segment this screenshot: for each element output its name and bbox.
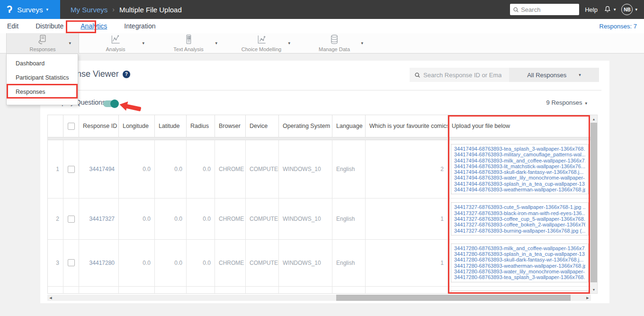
toolbar-text-analysis[interactable]: ▾ Text Analysis [152,33,225,54]
cell-operating-system: WINDOWS_10 [279,140,332,198]
notifications-menu[interactable]: ▾ [603,5,616,14]
responses-table: Response ID▲ Longitude Latitude Radius B… [47,115,598,294]
toolbar-analysis[interactable]: ▾ Analysis [79,33,152,54]
row-checkbox[interactable] [68,216,75,223]
file-link[interactable]: 34417494-68763893-splash_in_a_tea_cup-wa… [454,181,585,187]
cell-response-id[interactable] [79,287,119,294]
tab-distribute[interactable]: Distribute [36,22,63,30]
global-search[interactable] [510,4,579,15]
horizontal-scrollbar[interactable]: ◀ ▶ [47,295,591,301]
file-link[interactable]: 34417494-68763893-skull-dark-fantasy-wr-… [454,169,585,175]
response-search[interactable] [410,68,509,82]
header-radius[interactable]: Radius [187,115,215,137]
select-all-checkbox[interactable] [68,123,75,130]
cell-response-id[interactable]: 34417280 [79,240,119,286]
cell-upload-files: 34417327-68763893-cute_5-wallpaper-1366x… [448,199,591,239]
file-link[interactable]: 34417280-68763893-weatherman-wallpaper-1… [454,263,585,269]
file-link[interactable]: 34417247-68763893-military_camouflage_pa… [454,292,585,294]
scroll-up-icon[interactable]: ▲ [590,115,597,123]
file-link[interactable]: 34417494-68763893-water_lily_monochrome-… [454,175,585,181]
file-link[interactable]: 34417280-68763893-skull-dark-fantasy-wr-… [454,257,585,262]
cell-upload-files: 34417280-68763893-milk_and_coffee-wallpa… [448,240,591,286]
cell-favourite-comics: 2 [366,140,448,198]
tab-edit[interactable]: Edit [7,22,18,30]
file-link[interactable]: 34417327-68763893-coffee_cup_5-wallpaper… [454,216,585,222]
responses-icon [37,34,48,45]
help-icon[interactable]: ? [123,71,130,78]
file-link[interactable]: 34417280-68763893-splash_in_a_tea_cup-wa… [454,251,585,257]
header-longitude[interactable]: Longitude [119,115,155,137]
chevron-down-icon: ▾ [579,73,581,77]
row-checkbox[interactable] [68,259,75,266]
responses-count-dropdown[interactable]: 9 Responses▾ [540,99,587,106]
toolbar-choice-modelling[interactable]: ▾ Choice Modelling [225,33,298,54]
responses-count-value: 9 Responses [546,99,582,106]
header-operating-system[interactable]: Operating System [279,115,332,137]
header-language[interactable]: Language [332,115,366,137]
row-number: 1 [48,140,63,198]
file-link[interactable]: 34417280-68763893-water_lily_monochrome-… [454,269,585,274]
toolbar-analysis-label: Analysis [79,46,152,52]
tab-integration[interactable]: Integration [124,22,155,30]
cell-operating-system [279,287,332,294]
display-questions-toggle[interactable] [103,100,117,107]
logo-block[interactable]: ʔ Surveys ▾ [0,0,60,19]
cell-response-id[interactable]: 34417494 [79,140,119,198]
file-link[interactable]: 34417494-68763893-tea_splash_3-wallpaper… [454,146,585,152]
choice-modelling-icon [256,34,267,45]
row-checkbox[interactable] [68,166,75,173]
file-link[interactable]: 34417494-68763893-weatherman-wallpaper-1… [454,187,585,192]
file-link[interactable]: 34417494-68763893-milk_and_coffee-wallpa… [454,158,585,163]
cell-favourite-comics [366,287,448,294]
header-latitude[interactable]: Latitude [155,115,187,137]
breadcrumb-my-surveys[interactable]: My Surveys [71,6,107,14]
help-link[interactable]: Help [585,6,598,13]
menu-item-dashboard[interactable]: Dashboard [7,56,78,71]
row-select-cell [63,199,79,239]
cell-device: COMPUTER [246,140,279,198]
scroll-right-icon[interactable]: ▶ [584,295,591,301]
cell-operating-system: WINDOWS_10 [279,240,332,286]
file-link[interactable]: 34417280-68763893-tea_splash_3-wallpaper… [454,274,585,280]
header-row-number [48,115,63,137]
horizontal-scrollbar-thumb[interactable] [336,295,571,301]
menu-item-responses[interactable]: Responses [7,85,78,99]
header-browser[interactable]: Browser [215,115,246,137]
chevron-down-icon: ▾ [46,8,48,12]
file-link[interactable]: 34417494-68763893-lit_matchstick-wallpap… [454,163,585,169]
response-filter-select[interactable]: All Responses ▾ [509,68,599,82]
cell-browser: CHROME [215,140,246,198]
header-upload-file[interactable]: Upload your file below [448,115,591,137]
header-favourite-comics[interactable]: Which is your favourite comics? [366,115,448,137]
file-link[interactable]: 34417280-68763893-milk_and_coffee-wallpa… [454,245,585,251]
cell-favourite-comics: 1 [366,240,448,286]
cell-radius [187,287,215,294]
vertical-scrollbar-thumb[interactable] [590,123,597,282]
manage-data-icon [329,34,340,45]
scroll-left-icon[interactable]: ◀ [47,295,54,301]
tab-analytics[interactable]: Analytics [80,22,107,30]
cell-response-id[interactable]: 34417327 [79,199,119,239]
file-link[interactable]: 34417327-68763893-burning-wallpaper-1366… [454,228,585,234]
file-link[interactable]: 34417327-68763893-black-iron-man-with-re… [454,210,585,216]
response-filter-value: All Responses [527,72,566,79]
account-menu[interactable]: NB ▾ [621,4,637,15]
menu-item-participant-statistics[interactable]: Participant Statistics [7,71,78,85]
header-response-id[interactable]: Response ID▲ [79,115,119,137]
file-link[interactable]: 34417327-68763893-coffee_bokeh_2-wallpap… [454,222,585,227]
header-device[interactable]: Device [246,115,279,137]
toolbar-responses[interactable]: ▾ Responses [6,33,79,54]
cell-upload-files: 34417494-68763893-tea_splash_3-wallpaper… [448,140,591,198]
toolbar-manage-data[interactable]: ▾ Manage Data [298,33,371,54]
scroll-down-icon[interactable]: ▼ [590,286,597,293]
file-link[interactable]: 34417327-68763893-cute_5-wallpaper-1366x… [454,204,585,210]
response-search-input[interactable] [423,72,501,79]
global-search-input[interactable] [521,6,573,13]
surveys-menu[interactable]: Surveys ▾ [17,6,48,14]
cell-radius: 0.0 [187,240,215,286]
cell-device: COMPUTER [246,199,279,239]
toolbar-text-analysis-label: Text Analysis [152,46,225,52]
file-link[interactable]: 34417494-68763893-military_camouflage_pa… [454,152,585,157]
toggle-knob [110,99,119,108]
vertical-scrollbar[interactable]: ▲ ▼ [590,115,597,293]
